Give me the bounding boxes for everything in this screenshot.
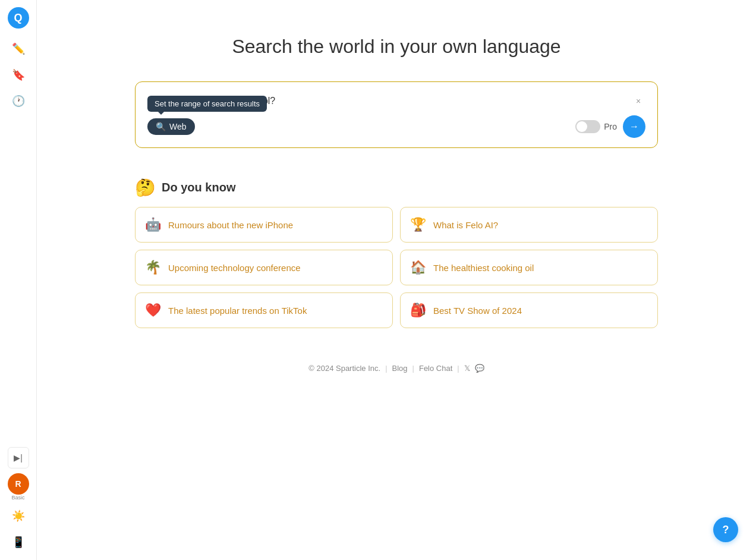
- card-text-tech-conf: Upcoming technology conference: [168, 263, 301, 273]
- card-iphone[interactable]: 🤖 Rumours about the new iPhone: [135, 207, 393, 243]
- twitter-link[interactable]: 𝕏: [464, 364, 470, 373]
- card-tiktok[interactable]: ❤️ The latest popular trends on TikTok: [135, 292, 393, 328]
- card-tv-show[interactable]: 🎒 Best TV Show of 2024: [400, 292, 658, 328]
- card-text-cooking-oil: The healthiest cooking oil: [433, 263, 534, 273]
- card-text-tiktok: The latest popular trends on TikTok: [168, 306, 307, 316]
- main-content: Search the world in your own language Do…: [37, 0, 756, 560]
- sun-icon: ☀️: [12, 509, 25, 523]
- sidebar-item-history[interactable]: 🕐: [8, 90, 29, 112]
- card-emoji-cooking-oil: 🏠: [410, 260, 426, 275]
- web-search-button[interactable]: 🔍 Web: [147, 118, 195, 135]
- search-query-text: Do eggs increase cholesterol?: [147, 96, 631, 106]
- sidebar-item-new-chat[interactable]: ✏️: [8, 38, 29, 59]
- sidebar: Q ✏️ 🔖 🕐 ▶| R Basic ☀️ 📱: [0, 0, 37, 560]
- theme-toggle[interactable]: ☀️: [8, 505, 29, 527]
- help-button[interactable]: ?: [713, 517, 738, 542]
- felo-chat-link[interactable]: Felo Chat: [419, 364, 452, 373]
- discord-link[interactable]: 💬: [475, 364, 484, 373]
- collapse-sidebar-button[interactable]: ▶|: [8, 447, 29, 468]
- clear-search-button[interactable]: ×: [631, 94, 645, 108]
- bookmark-icon: 🔖: [12, 68, 25, 81]
- web-button-label: Web: [169, 122, 187, 131]
- card-cooking-oil[interactable]: 🏠 The healthiest cooking oil: [400, 250, 658, 285]
- avatar-sublabel: Basic: [11, 495, 24, 501]
- logo-icon: Q: [14, 12, 22, 24]
- footer: © 2024 Sparticle Inc. | Blog | Felo Chat…: [308, 364, 484, 373]
- blog-link[interactable]: Blog: [392, 364, 408, 373]
- collapse-icon: ▶|: [14, 453, 23, 463]
- history-icon: 🕐: [12, 95, 25, 108]
- toggle-switch[interactable]: [575, 120, 600, 133]
- submit-icon: →: [629, 121, 639, 132]
- pro-label: Pro: [604, 122, 617, 131]
- search-box: Do eggs increase cholesterol? × Set the …: [135, 81, 658, 148]
- cards-grid: 🤖 Rumours about the new iPhone 🏆 What is…: [135, 207, 658, 328]
- do-you-know-section: 🤔 Do you know 🤖 Rumours about the new iP…: [135, 178, 658, 328]
- do-you-know-emoji: 🤔: [135, 178, 156, 197]
- card-text-felo: What is Felo AI?: [433, 220, 498, 230]
- page-title: Search the world in your own language: [232, 36, 560, 58]
- do-you-know-title: Do you know: [162, 181, 235, 194]
- card-emoji-felo: 🏆: [410, 217, 426, 232]
- copyright: © 2024 Sparticle Inc.: [308, 364, 380, 373]
- card-emoji-iphone: 🤖: [145, 217, 161, 232]
- card-text-tv-show: Best TV Show of 2024: [433, 306, 522, 316]
- card-text-iphone: Rumours about the new iPhone: [168, 220, 293, 230]
- card-felo[interactable]: 🏆 What is Felo AI?: [400, 207, 658, 243]
- card-emoji-tech-conf: 🌴: [145, 260, 161, 275]
- search-submit-button[interactable]: →: [623, 115, 645, 138]
- sidebar-item-bookmarks[interactable]: 🔖: [8, 64, 29, 86]
- pro-toggle[interactable]: Pro: [575, 120, 617, 133]
- card-tech-conf[interactable]: 🌴 Upcoming technology conference: [135, 250, 393, 285]
- search-icon: 🔍: [156, 122, 166, 131]
- card-emoji-tiktok: ❤️: [145, 303, 161, 318]
- new-chat-icon: ✏️: [12, 42, 25, 55]
- logo-button[interactable]: Q: [8, 7, 29, 29]
- mobile-button[interactable]: 📱: [8, 531, 29, 553]
- phone-icon: 📱: [12, 536, 25, 549]
- help-icon: ?: [723, 524, 729, 536]
- user-avatar[interactable]: R: [8, 473, 29, 495]
- card-emoji-tv-show: 🎒: [410, 303, 426, 318]
- avatar-initial: R: [15, 479, 21, 489]
